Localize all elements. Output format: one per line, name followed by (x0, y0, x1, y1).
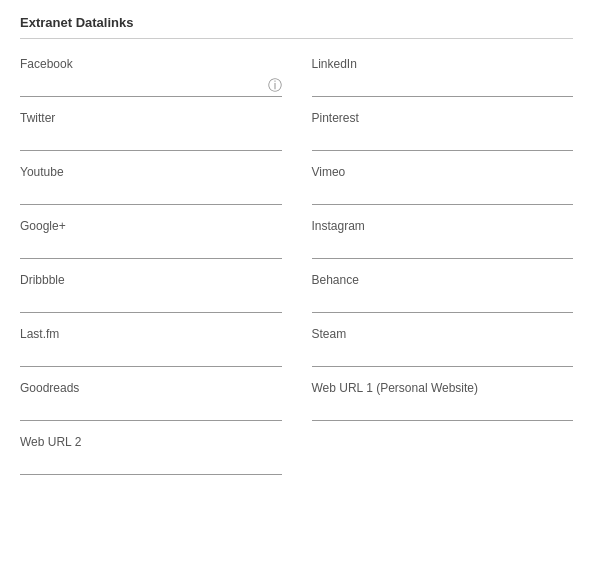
label-behance: Behance (312, 273, 574, 287)
label-facebook: Facebook (20, 57, 282, 71)
input-wrapper-weburl1 (312, 399, 574, 421)
input-wrapper-googleplus (20, 237, 282, 259)
input-lastfm[interactable] (20, 345, 282, 367)
label-dribbble: Dribbble (20, 273, 282, 287)
input-facebook[interactable] (20, 75, 282, 97)
input-wrapper-lastfm (20, 345, 282, 367)
input-steam[interactable] (312, 345, 574, 367)
field-group-instagram: Instagram (312, 219, 574, 259)
label-youtube: Youtube (20, 165, 282, 179)
input-wrapper-behance (312, 291, 574, 313)
input-vimeo[interactable] (312, 183, 574, 205)
input-pinterest[interactable] (312, 129, 574, 151)
label-pinterest: Pinterest (312, 111, 574, 125)
input-wrapper-instagram (312, 237, 574, 259)
label-vimeo: Vimeo (312, 165, 574, 179)
field-group-linkedin: LinkedIn (312, 57, 574, 97)
fields-grid: FacebookⓘLinkedInTwitterPinterestYoutube… (20, 57, 573, 489)
field-group-youtube: Youtube (20, 165, 282, 205)
input-wrapper-steam (312, 345, 574, 367)
field-group-behance: Behance (312, 273, 574, 313)
label-weburl2: Web URL 2 (20, 435, 282, 449)
input-wrapper-twitter (20, 129, 282, 151)
field-group-steam: Steam (312, 327, 574, 367)
field-group-vimeo: Vimeo (312, 165, 574, 205)
label-linkedin: LinkedIn (312, 57, 574, 71)
input-wrapper-weburl2 (20, 453, 282, 475)
label-lastfm: Last.fm (20, 327, 282, 341)
field-group-facebook: Facebookⓘ (20, 57, 282, 97)
section-divider (20, 38, 573, 39)
input-wrapper-dribbble (20, 291, 282, 313)
label-weburl1: Web URL 1 (Personal Website) (312, 381, 574, 395)
label-twitter: Twitter (20, 111, 282, 125)
field-group-googleplus: Google+ (20, 219, 282, 259)
extranet-datalinks-container: Extranet Datalinks FacebookⓘLinkedInTwit… (0, 0, 593, 574)
input-goodreads[interactable] (20, 399, 282, 421)
label-steam: Steam (312, 327, 574, 341)
field-group-goodreads: Goodreads (20, 381, 282, 421)
field-group-pinterest: Pinterest (312, 111, 574, 151)
input-linkedin[interactable] (312, 75, 574, 97)
input-weburl1[interactable] (312, 399, 574, 421)
input-googleplus[interactable] (20, 237, 282, 259)
section-title: Extranet Datalinks (20, 15, 573, 30)
input-wrapper-vimeo (312, 183, 574, 205)
input-twitter[interactable] (20, 129, 282, 151)
info-icon: ⓘ (268, 77, 282, 95)
label-googleplus: Google+ (20, 219, 282, 233)
field-group-twitter: Twitter (20, 111, 282, 151)
input-wrapper-youtube (20, 183, 282, 205)
input-wrapper-goodreads (20, 399, 282, 421)
input-wrapper-facebook: ⓘ (20, 75, 282, 97)
input-dribbble[interactable] (20, 291, 282, 313)
label-instagram: Instagram (312, 219, 574, 233)
field-group-weburl2: Web URL 2 (20, 435, 282, 475)
input-weburl2[interactable] (20, 453, 282, 475)
input-wrapper-pinterest (312, 129, 574, 151)
input-behance[interactable] (312, 291, 574, 313)
field-group-weburl1: Web URL 1 (Personal Website) (312, 381, 574, 421)
input-youtube[interactable] (20, 183, 282, 205)
field-group-dribbble: Dribbble (20, 273, 282, 313)
input-instagram[interactable] (312, 237, 574, 259)
label-goodreads: Goodreads (20, 381, 282, 395)
input-wrapper-linkedin (312, 75, 574, 97)
field-group-lastfm: Last.fm (20, 327, 282, 367)
